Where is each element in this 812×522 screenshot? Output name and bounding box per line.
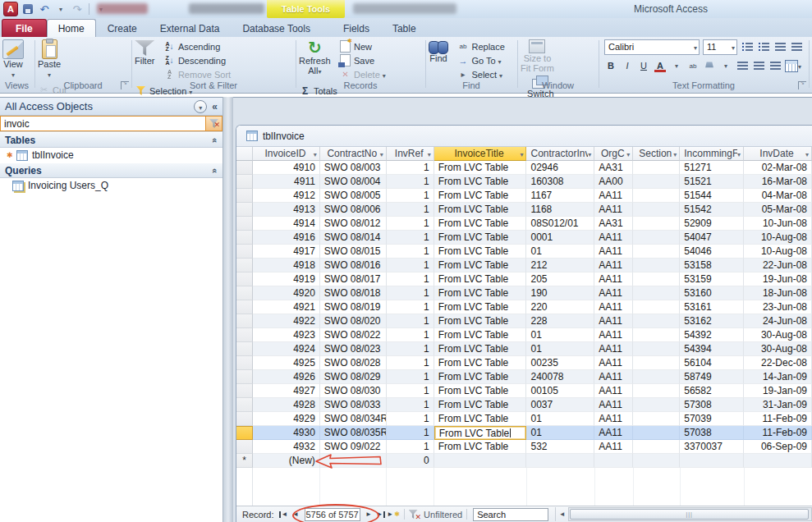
cell-invoiceid[interactable]: 4920 xyxy=(253,286,320,300)
cell-incommingf[interactable]: 51544 xyxy=(680,189,744,203)
cell-invdate[interactable]: 06-Sep-09 xyxy=(744,440,812,454)
cell-invref[interactable]: 1 xyxy=(387,259,434,272)
cell-invref[interactable]: 1 xyxy=(387,272,434,286)
save-record-button[interactable]: Save xyxy=(337,53,388,67)
horizontal-scrollbar[interactable]: ||| xyxy=(555,507,812,521)
cell-invoicetitle[interactable]: From LVC Table xyxy=(434,328,527,342)
tab-table[interactable]: Table xyxy=(381,19,428,37)
cell-contractorinvno[interactable]: 01 xyxy=(526,342,594,356)
cell-contractorinvno[interactable]: 228 xyxy=(526,314,594,328)
column-dropdown-icon[interactable] xyxy=(626,148,630,159)
cell-invref[interactable]: 1 xyxy=(387,426,434,440)
cell-invdate[interactable]: 22-Jun-08 xyxy=(744,259,812,272)
cell-incommingf[interactable]: 56104 xyxy=(680,356,744,370)
cell-invref[interactable]: 1 xyxy=(387,328,434,342)
cell-contractno[interactable]: SWO 08/030 xyxy=(320,384,387,398)
cell-invoicetitle[interactable]: From LVC Table xyxy=(434,259,527,272)
nav-group-queries[interactable]: Queries xyxy=(0,163,222,178)
column-dropdown-icon[interactable] xyxy=(314,148,317,159)
undo-button[interactable] xyxy=(38,2,51,16)
column-header-orgc[interactable]: OrgC xyxy=(594,147,633,161)
column-header-contractorinvno[interactable]: ContractorInvN xyxy=(526,147,594,161)
row-selector[interactable] xyxy=(236,189,253,203)
row-selector[interactable] xyxy=(236,161,253,175)
cell-orgc[interactable]: AA11 xyxy=(594,398,633,412)
cell-contractorinvno[interactable]: 00105 xyxy=(526,384,594,398)
cell-invoiceid[interactable]: 4922 xyxy=(253,314,320,328)
cell-contractorinvno[interactable]: 1167 xyxy=(526,189,594,203)
new-record-button[interactable]: New xyxy=(337,39,388,53)
cell-contractorinvno[interactable] xyxy=(526,454,594,468)
cell-invoicetitle[interactable]: From LVC Table xyxy=(434,175,527,189)
column-dropdown-icon[interactable] xyxy=(805,148,809,159)
cell-invoiceid[interactable]: 4917 xyxy=(253,245,320,259)
cell-invref[interactable]: 1 xyxy=(387,398,434,412)
cell-invref[interactable]: 1 xyxy=(387,161,434,175)
cell-invoiceid[interactable]: 4918 xyxy=(253,259,320,272)
row-selector[interactable] xyxy=(236,426,253,440)
cell-contractno[interactable] xyxy=(320,454,387,468)
cell-invref[interactable]: 1 xyxy=(387,175,434,189)
cell-incommingf[interactable]: 51521 xyxy=(680,175,744,189)
cell-section[interactable] xyxy=(633,272,680,286)
cell-orgc[interactable]: AA11 xyxy=(594,384,633,398)
background-color-dropdown[interactable] xyxy=(719,59,732,73)
cell-contractorinvno[interactable]: 01 xyxy=(526,412,594,426)
cell-contractno[interactable]: SWO 08/023 xyxy=(320,342,387,356)
text-formatting-dialog-launcher[interactable] xyxy=(798,81,806,89)
row-selector[interactable] xyxy=(236,370,253,384)
find-button[interactable]: Find xyxy=(426,37,451,63)
italic-button[interactable]: I xyxy=(621,59,634,73)
cell-invoiceid[interactable]: 4921 xyxy=(253,300,320,314)
cell-invref[interactable]: 1 xyxy=(387,189,434,203)
font-color-dropdown[interactable] xyxy=(670,59,683,73)
column-header-invoicetitle[interactable]: InvoiceTitle xyxy=(434,147,527,161)
tab-home[interactable]: Home xyxy=(47,19,96,37)
cell-contractorinvno[interactable]: 160308 xyxy=(526,175,594,189)
cell-contractno[interactable]: SWO 08/018 xyxy=(320,286,387,300)
shutter-bar-close-button[interactable] xyxy=(212,101,218,112)
cell-contractno[interactable]: SWO 08/029 xyxy=(320,370,387,384)
cell-orgc[interactable]: AA11 xyxy=(594,203,633,217)
font-color-button[interactable]: A xyxy=(654,59,667,73)
cell-invdate[interactable]: 30-Aug-08 xyxy=(744,328,812,342)
cell-invoiceid[interactable]: 4910 xyxy=(253,161,320,175)
cell-invref[interactable]: 1 xyxy=(387,370,434,384)
cell-orgc[interactable]: AA31 xyxy=(594,217,633,231)
nav-item-invoicing-users-q[interactable]: Invoicing Users_Q xyxy=(0,178,222,193)
cell-section[interactable] xyxy=(633,314,680,328)
undo-dropdown[interactable] xyxy=(54,2,67,16)
cell-invoiceid[interactable]: 4925 xyxy=(253,356,320,370)
align-left-button[interactable] xyxy=(736,59,749,73)
filter-status-indicator[interactable]: ✕ Unfiltered xyxy=(409,508,463,521)
cell-invoiceid[interactable]: 4912 xyxy=(253,189,320,203)
cell-incommingf[interactable]: 51271 xyxy=(680,161,744,175)
row-selector[interactable] xyxy=(236,286,253,300)
cell-invoicetitle[interactable]: From LVC Table xyxy=(434,440,527,454)
remove-sort-button[interactable]: AZRemove Sort xyxy=(161,67,233,81)
cell-contractno[interactable]: SWO 08/022 xyxy=(320,328,387,342)
column-header-contractno[interactable]: ContractNo xyxy=(320,147,387,161)
cell-invoicetitle[interactable]: From LVC Table xyxy=(434,272,527,286)
cell-invdate[interactable]: 10-Aug-08 xyxy=(744,245,812,259)
nav-pane-header[interactable]: All Access Objects xyxy=(0,98,222,116)
cell-invdate[interactable]: 31-Jan-09 xyxy=(744,398,812,412)
cell-invref[interactable]: 1 xyxy=(387,286,434,300)
replace-button[interactable]: Replace xyxy=(454,39,507,53)
cell-invdate[interactable] xyxy=(744,454,812,468)
font-name-combo[interactable]: Calibri xyxy=(604,39,700,55)
cell-invdate[interactable]: 02-Mar-08 xyxy=(744,161,812,175)
tab-file[interactable]: File xyxy=(2,19,47,37)
column-dropdown-icon[interactable] xyxy=(380,148,383,159)
delete-record-button[interactable]: Delete xyxy=(337,67,388,81)
cell-invdate[interactable]: 18-Jun-08 xyxy=(744,286,812,300)
column-header-invoiceid[interactable]: InvoiceID xyxy=(253,147,320,161)
cell-contractno[interactable]: SWO 08/033 xyxy=(320,398,387,412)
cell-orgc[interactable]: AA11 xyxy=(594,426,633,440)
cell-section[interactable] xyxy=(633,189,680,203)
scroll-left-arrow-icon[interactable] xyxy=(556,508,568,520)
cell-incommingf[interactable]: 57038 xyxy=(680,426,744,440)
row-selector[interactable] xyxy=(236,203,253,217)
tab-external-data[interactable]: External Data xyxy=(149,19,232,37)
cell-invdate[interactable]: 23-Jun-08 xyxy=(744,300,812,314)
